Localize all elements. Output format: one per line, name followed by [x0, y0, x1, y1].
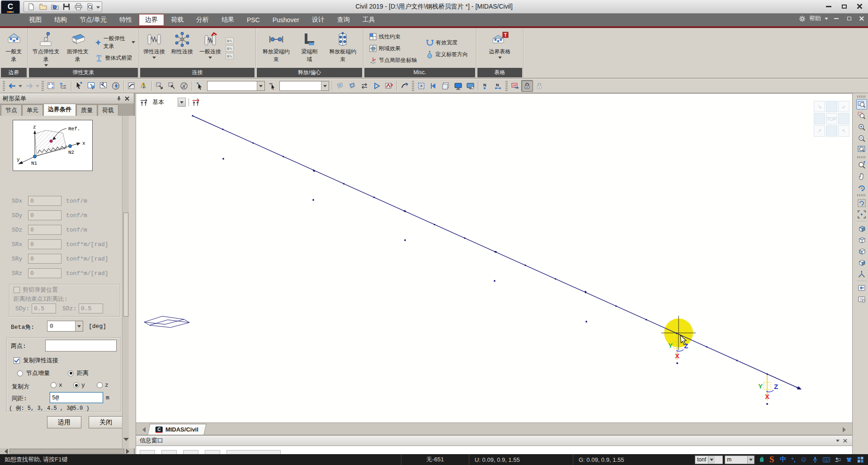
menu-structure[interactable]: 结构	[48, 14, 73, 25]
menu-analysis[interactable]: 分析	[190, 14, 215, 25]
zoom-in-button[interactable]	[856, 122, 867, 132]
doc-tab-next-icon[interactable]	[843, 427, 849, 432]
form-scroll-down-icon[interactable]	[123, 438, 129, 441]
view-face-top-n[interactable]	[826, 101, 837, 112]
general-spring-button[interactable]: 一般弹性支承	[93, 33, 137, 52]
zoom-selection-button[interactable]	[856, 110, 867, 121]
close-form-button[interactable]: 关闭	[89, 416, 123, 428]
angle-view-button[interactable]	[856, 269, 867, 279]
beta-combo[interactable]: 0	[47, 321, 83, 332]
menu-load[interactable]: 荷载	[165, 14, 189, 25]
undo-button[interactable]	[6, 80, 18, 92]
new-file-button[interactable]	[26, 2, 37, 11]
force-unit-dropdown-icon[interactable]	[708, 456, 715, 464]
shear-sdz-input[interactable]	[79, 304, 103, 313]
node-number-button[interactable]: N	[480, 80, 492, 92]
right-toolbar-grip-3[interactable]	[857, 194, 866, 196]
ime-lang-icon[interactable]: 中	[779, 456, 787, 464]
toolbar-grip-3[interactable]	[412, 81, 414, 91]
tray-plugin-icon[interactable]	[759, 456, 764, 464]
toolbar-grip-2[interactable]	[42, 81, 44, 91]
open-file-button[interactable]	[38, 2, 48, 11]
form-vscroll-thumb[interactable]	[123, 213, 128, 317]
menu-psc[interactable]: PSC	[241, 15, 266, 25]
select-name-combo-dropdown-icon[interactable]	[257, 81, 264, 90]
element-number-button[interactable]: N	[492, 80, 504, 92]
activate-button[interactable]	[371, 80, 382, 92]
initial-view-button[interactable]	[856, 209, 867, 219]
form-scroll-right-icon[interactable]	[126, 449, 132, 454]
dir-z-radio[interactable]	[97, 382, 103, 388]
general-support-button[interactable]: 一般支承	[1, 29, 26, 68]
group-poly2-button[interactable]	[346, 80, 358, 92]
form-hscroll-thumb[interactable]	[9, 449, 124, 454]
link-mini-button-2[interactable]: B∿	[226, 45, 234, 52]
linear-constraint-button[interactable]: 线性约束	[367, 32, 419, 42]
label-direction-button[interactable]: 定义标签方向	[424, 49, 470, 60]
release-beam-button[interactable]: 释放梁端约束	[257, 29, 295, 68]
view-arrow-se[interactable]: ↘	[814, 101, 825, 112]
view-face-w[interactable]	[814, 113, 825, 124]
select-name-combo[interactable]	[207, 81, 265, 91]
zoom-dashed-button[interactable]	[415, 80, 427, 92]
iso-view-button[interactable]	[856, 223, 867, 234]
view-arrow-sw[interactable]: ↙	[838, 101, 849, 112]
boundary-table-button[interactable]: T 边界表格	[486, 29, 514, 68]
shear-spring-checkbox[interactable]	[14, 287, 20, 293]
doc-tab-prev-icon[interactable]	[140, 427, 146, 432]
mode-increment-option[interactable]: 节点增量	[17, 369, 50, 377]
render-option-button[interactable]	[464, 80, 476, 92]
ime-skin-icon[interactable]	[845, 456, 853, 464]
zoom-fit-button[interactable]	[856, 144, 867, 155]
select-none-button[interactable]	[178, 80, 190, 92]
sogou-icon[interactable]: S	[768, 456, 776, 464]
panel-close-button[interactable]	[123, 95, 131, 103]
sdy-input[interactable]	[28, 210, 61, 220]
force-unit-combo[interactable]: tonf	[695, 456, 723, 464]
panel-tab-boundary[interactable]: 边界条件	[43, 104, 76, 116]
panel-tab-node[interactable]: 节点	[1, 104, 22, 116]
panel-tab-element[interactable]: 单元	[22, 104, 43, 116]
toolbar-grip-4[interactable]	[505, 81, 508, 91]
dir-x-option[interactable]: x	[51, 382, 62, 389]
sdx-input[interactable]	[28, 196, 61, 206]
swap-button[interactable]	[359, 80, 370, 92]
dir-y-option[interactable]: y	[73, 382, 85, 389]
model-viewport[interactable]: YZXYZX 基本 ↘ ↙ TOP ↗ ↖	[136, 93, 853, 423]
render-view-button[interactable]	[452, 80, 464, 92]
mode-distance-option[interactable]: 距离	[68, 369, 89, 377]
lock-model-button[interactable]	[521, 80, 533, 92]
ime-punct-icon[interactable]: °,	[790, 456, 797, 464]
info-float-button[interactable]	[834, 437, 841, 444]
ime-toolbox-icon[interactable]	[856, 456, 864, 464]
right-toolbar-grip[interactable]	[857, 95, 866, 98]
left-view-button[interactable]	[856, 246, 867, 256]
previous-view-button[interactable]	[856, 283, 867, 294]
menu-boundary[interactable]: 边界	[139, 14, 164, 26]
mode-increment-radio[interactable]	[17, 370, 23, 376]
model-canvas[interactable]: YZXYZX	[136, 94, 852, 422]
view-face-top[interactable]: TOP	[826, 113, 837, 124]
view-face-e[interactable]	[838, 113, 849, 124]
zoom-window-button[interactable]	[856, 99, 867, 109]
ime-emoji-icon[interactable]: ☺	[800, 456, 808, 464]
elastic-link-button[interactable]: 弹性连接	[141, 29, 168, 68]
mode-distance-radio[interactable]	[68, 370, 74, 376]
surface-spring-button[interactable]: 面弹性支承	[63, 29, 92, 68]
display-option-button[interactable]	[45, 80, 57, 92]
display-tree-button[interactable]	[57, 80, 69, 92]
dir-y-radio[interactable]	[73, 382, 79, 388]
active-all-button[interactable]	[399, 80, 410, 92]
app-logo-icon[interactable]: C	[1, 0, 20, 14]
redo-dropdown-icon[interactable]	[36, 85, 39, 87]
select-add-button[interactable]	[154, 80, 165, 92]
panel-tab-load[interactable]: 荷载	[98, 104, 118, 116]
rotate-view-button[interactable]	[856, 182, 867, 193]
zoom-out-button[interactable]	[856, 133, 867, 143]
form-scroll-left-icon[interactable]	[2, 449, 8, 454]
gear-icon[interactable]	[799, 15, 806, 22]
select-identity-button[interactable]	[138, 80, 150, 92]
length-unit-dropdown-icon[interactable]	[747, 456, 754, 464]
right-view-button[interactable]	[856, 257, 867, 268]
rigid-link-button[interactable]: 刚性连接	[169, 29, 196, 68]
